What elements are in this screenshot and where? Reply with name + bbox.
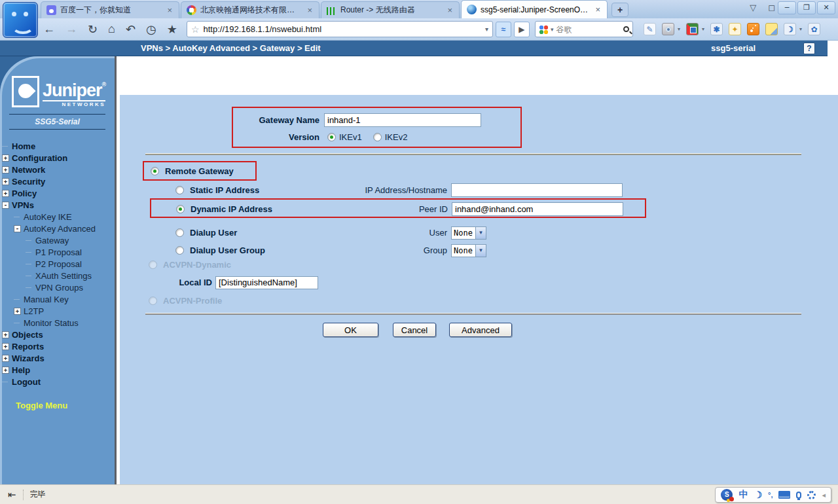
- tools-icon[interactable]: ✱: [710, 23, 723, 35]
- sidebar-item-autokey-ike[interactable]: AutoKey IKE: [0, 211, 115, 223]
- user-select[interactable]: None ▼: [451, 226, 486, 240]
- search-box[interactable]: ▾: [535, 21, 633, 37]
- url-text[interactable]: http://192.168.1.1/nswebui.html: [203, 24, 481, 34]
- sidebar-item-monitor-status[interactable]: Monitor Status: [0, 317, 115, 329]
- tree-expander-icon[interactable]: +: [14, 308, 21, 315]
- bookmark-star-icon[interactable]: ☆: [191, 24, 200, 35]
- sidebar-item-p1-proposal[interactable]: P1 Proposal: [0, 246, 115, 258]
- url-dropdown-icon[interactable]: ▾: [485, 26, 488, 33]
- ime-keyboard-icon[interactable]: [778, 491, 790, 499]
- tree-expander-icon[interactable]: +: [2, 367, 9, 374]
- sidebar-item-home[interactable]: Home: [0, 140, 115, 152]
- tree-expander-icon[interactable]: -: [14, 225, 21, 232]
- tabs-dropdown-icon[interactable]: ▽: [750, 3, 756, 12]
- sidebar-item-security[interactable]: + Security: [0, 175, 115, 187]
- ime-microphone-icon[interactable]: [796, 492, 801, 499]
- tab-close-icon[interactable]: ×: [594, 5, 602, 14]
- apps-icon[interactable]: [686, 23, 699, 35]
- refresh-button[interactable]: ↻: [88, 22, 98, 37]
- tree-expander-icon[interactable]: +: [2, 154, 9, 162]
- sidebar-item-autokey-advanced[interactable]: - AutoKey Advanced: [0, 223, 115, 234]
- toggle-menu-link[interactable]: Toggle Menu: [16, 401, 115, 410]
- tree-expander-icon[interactable]: [26, 287, 31, 288]
- tab-close-icon[interactable]: ×: [446, 5, 454, 15]
- tree-expander-icon[interactable]: [2, 146, 8, 147]
- ok-button[interactable]: OK: [323, 323, 378, 337]
- ikev1-radio[interactable]: [327, 133, 336, 141]
- tree-expander-icon[interactable]: +: [2, 343, 9, 350]
- dock-sidebar-icon[interactable]: ⇤: [8, 489, 16, 501]
- ip-hostname-input[interactable]: [451, 183, 623, 197]
- dialup-group-radio[interactable]: [175, 246, 184, 255]
- peer-id-input[interactable]: [452, 202, 623, 216]
- remote-gateway-radio[interactable]: [151, 167, 159, 175]
- local-id-input[interactable]: [215, 276, 318, 289]
- restore-button[interactable]: ❐: [797, 1, 816, 14]
- sidebar-item-wizards[interactable]: + Wizards: [0, 352, 115, 364]
- close-button[interactable]: ✕: [817, 1, 835, 14]
- tree-expander-icon[interactable]: [14, 299, 20, 300]
- tree-expander-icon[interactable]: [2, 382, 8, 382]
- gateway-name-input[interactable]: [324, 113, 481, 127]
- sidebar-item-policy[interactable]: + Policy: [0, 187, 115, 199]
- sidebar-item-help[interactable]: + Help: [0, 364, 115, 376]
- tab-close-icon[interactable]: ×: [166, 5, 173, 15]
- screenshot-icon[interactable]: [662, 23, 674, 35]
- brush-icon[interactable]: ✦: [729, 23, 741, 35]
- minimize-button[interactable]: ─: [778, 1, 796, 14]
- ime-collapse-icon[interactable]: ◂: [822, 491, 826, 499]
- tab-close-icon[interactable]: ×: [306, 5, 314, 15]
- cancel-button[interactable]: Cancel: [393, 323, 436, 337]
- back-button[interactable]: ←: [43, 22, 55, 37]
- forward-button[interactable]: →: [65, 22, 77, 37]
- ime-logo-icon[interactable]: S: [721, 489, 733, 501]
- tree-expander-icon[interactable]: [26, 240, 31, 241]
- search-engine-dropdown-icon[interactable]: ▾: [551, 26, 554, 33]
- advanced-button[interactable]: Advanced: [449, 323, 512, 337]
- user-select-arrow-icon[interactable]: ▼: [475, 227, 486, 239]
- sidebar-item-network[interactable]: + Network: [0, 164, 115, 175]
- dynamic-ip-radio[interactable]: [176, 205, 185, 213]
- sidebar-item-manual-key[interactable]: Manual Key: [0, 293, 115, 305]
- sidebar-item-configuration[interactable]: + Configuration: [0, 152, 115, 164]
- sticky-note-icon[interactable]: [765, 23, 778, 35]
- browser-tab[interactable]: 百度一下，你就知道 ×: [41, 1, 179, 18]
- sidebar-item-xauth-settings[interactable]: XAuth Settings: [0, 270, 115, 281]
- sidebar-item-vpn-groups[interactable]: VPN Groups: [0, 281, 115, 293]
- extension-icon[interactable]: ✿: [808, 23, 820, 35]
- ime-fullhalf-icon[interactable]: ☽: [754, 490, 762, 500]
- ime-punctuation-icon[interactable]: °,: [768, 491, 773, 499]
- theme-icon[interactable]: ◻: [768, 3, 775, 12]
- search-icon[interactable]: [623, 26, 629, 32]
- browser-tab[interactable]: ssg5-serial:Juniper-ScreenOS... ×: [461, 0, 608, 18]
- go-button[interactable]: ▶: [514, 22, 530, 37]
- rss-icon[interactable]: [747, 23, 759, 35]
- undo-button[interactable]: ↶: [126, 22, 136, 37]
- address-bar[interactable]: ☆ http://192.168.1.1/nswebui.html ▾: [187, 21, 493, 37]
- ikev2-radio[interactable]: [373, 133, 382, 141]
- sidebar-item-objects[interactable]: + Objects: [0, 329, 115, 340]
- sidebar-item-gateway[interactable]: Gateway: [0, 234, 115, 246]
- browser-tab[interactable]: 北京映翰通网络技术有限公司 ×: [181, 1, 319, 18]
- tree-expander-icon[interactable]: +: [2, 178, 9, 185]
- tree-expander-icon[interactable]: +: [2, 190, 9, 197]
- search-input[interactable]: [556, 25, 620, 34]
- history-button[interactable]: ◷: [146, 22, 156, 37]
- ime-language-toggle[interactable]: 中: [738, 489, 748, 501]
- note-edit-icon[interactable]: ✎: [644, 23, 656, 35]
- google-icon[interactable]: [539, 25, 548, 34]
- tree-expander-icon[interactable]: +: [2, 355, 9, 362]
- tree-expander-icon[interactable]: [14, 323, 20, 323]
- night-mode-icon[interactable]: ☽: [784, 23, 796, 35]
- sidebar-item-vpns[interactable]: - VPNs: [0, 199, 115, 211]
- tree-expander-icon[interactable]: +: [2, 331, 9, 338]
- tree-expander-icon[interactable]: [14, 217, 20, 217]
- sidebar-item-l2tp[interactable]: + L2TP: [0, 305, 115, 317]
- apps-dropdown-icon[interactable]: ▾: [702, 26, 704, 32]
- ime-settings-icon[interactable]: [807, 491, 816, 499]
- static-ip-radio[interactable]: [175, 186, 184, 194]
- sidebar-item-p2-proposal[interactable]: P2 Proposal: [0, 258, 115, 270]
- tree-expander-icon[interactable]: -: [2, 202, 9, 209]
- tree-expander-icon[interactable]: [26, 252, 31, 253]
- browser-tab[interactable]: Router -> 无线路由器 ×: [321, 1, 460, 18]
